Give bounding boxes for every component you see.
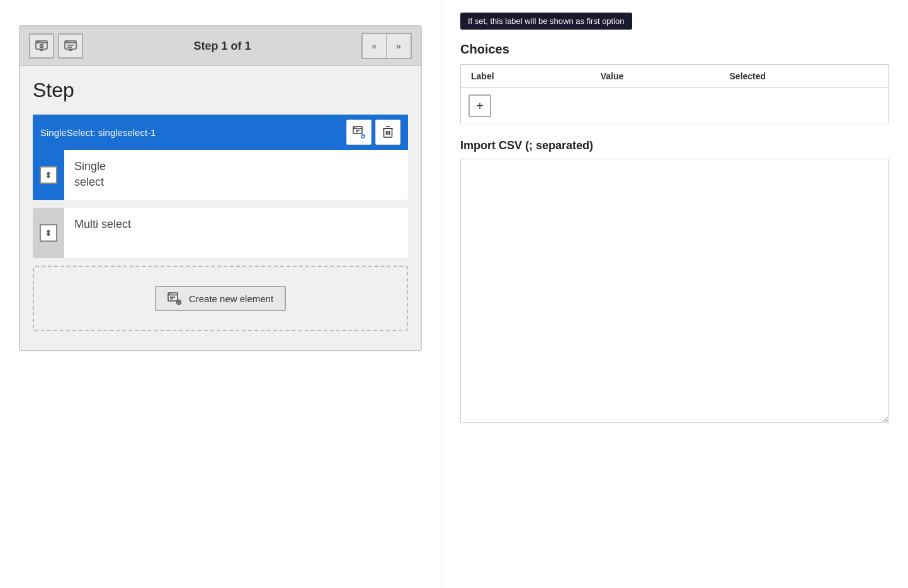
drag-handle-singleselect[interactable]: ⬍ xyxy=(33,150,64,200)
drag-handle-multiselect[interactable]: ⬍ xyxy=(33,208,64,258)
element-row-singleselect: SingleSelect: singleselect-1 xyxy=(33,115,408,200)
step-title: Step 1 of 1 xyxy=(87,40,358,53)
col-selected-header: Selected xyxy=(720,65,889,88)
element-label-singleselect: SingleSelect: singleselect-1 xyxy=(40,127,156,138)
svg-point-7 xyxy=(41,45,42,47)
csv-textarea[interactable] xyxy=(460,159,889,423)
svg-point-18 xyxy=(354,127,355,128)
nav-buttons: « » xyxy=(361,33,412,59)
step-content: Step SingleSelect: singleselect-1 xyxy=(20,66,421,350)
step-container: Step 1 of 1 « » Step SingleSelect: singl… xyxy=(19,25,422,351)
svg-point-3 xyxy=(38,42,40,43)
element-row-header-active: SingleSelect: singleselect-1 xyxy=(33,115,408,150)
step-label: Step 1 of 1 xyxy=(193,40,251,52)
svg-point-11 xyxy=(67,42,69,43)
step-heading: Step xyxy=(33,79,408,102)
prev-step-button[interactable]: « xyxy=(363,34,387,58)
create-new-element-button[interactable]: Create new element xyxy=(155,286,286,311)
element-body-singleselect: ⬍ Singleselect xyxy=(33,150,408,200)
edit-button[interactable] xyxy=(58,33,83,59)
preview-button[interactable] xyxy=(29,33,54,59)
step-toolbar: Step 1 of 1 « » xyxy=(20,26,421,66)
element-text-multiselect: Multi select xyxy=(64,208,141,258)
import-csv-heading: Import CSV (; separated) xyxy=(460,139,889,152)
create-new-area: Create new element xyxy=(33,266,408,331)
next-step-button[interactable]: » xyxy=(387,34,411,58)
svg-point-10 xyxy=(66,42,67,43)
element-text-singleselect: Singleselect xyxy=(64,150,116,200)
add-choice-button[interactable]: + xyxy=(468,94,491,117)
left-panel: Step 1 of 1 « » Step SingleSelect: singl… xyxy=(0,0,441,588)
svg-point-2 xyxy=(37,42,38,43)
choices-table: Label Value Selected + xyxy=(460,64,889,124)
right-panel: If set, this label will be shown as firs… xyxy=(441,0,908,588)
col-value-header: Value xyxy=(591,65,720,88)
element-row-multiselect: ⬍ Multi select xyxy=(33,208,408,258)
col-label-header: Label xyxy=(461,65,591,88)
delete-element-button[interactable] xyxy=(375,120,400,145)
element-body-multiselect: ⬍ Multi select xyxy=(33,208,408,258)
choices-add-row: + xyxy=(461,88,889,124)
choices-heading: Choices xyxy=(460,42,889,57)
svg-point-19 xyxy=(356,127,356,128)
add-child-element-button[interactable] xyxy=(346,120,372,145)
add-choice-cell: + xyxy=(461,88,591,124)
svg-point-34 xyxy=(171,293,172,295)
svg-point-33 xyxy=(169,293,170,295)
create-new-label: Create new element xyxy=(189,293,273,304)
tooltip-bar: If set, this label will be shown as firs… xyxy=(460,13,632,30)
element-header-buttons xyxy=(346,120,400,145)
